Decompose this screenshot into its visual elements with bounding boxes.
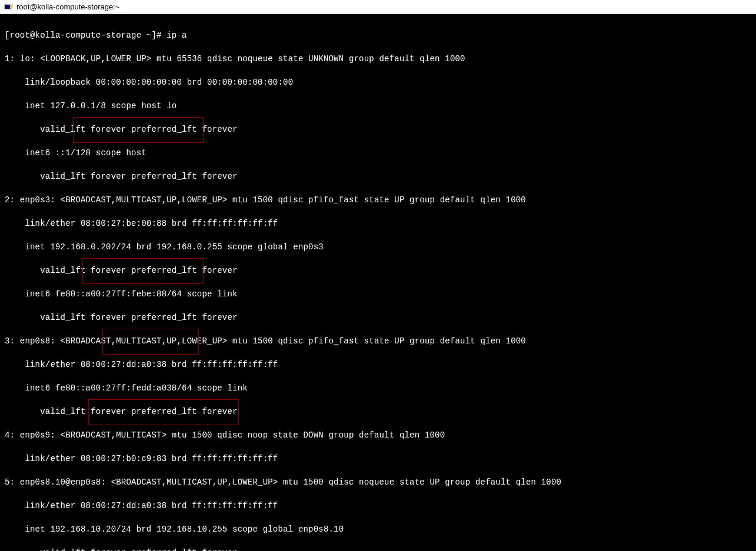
output-line: valid_lft forever preferred_lft forever xyxy=(5,265,751,276)
terminal-area[interactable]: [root@kolla-compute-storage ~]# ip a 1: … xyxy=(0,14,756,551)
output-line: 3: enp0s8: <BROADCAST,MULTICAST,UP,LOWER… xyxy=(5,335,751,347)
output-line: valid_lft forever preferred_lft forever xyxy=(5,312,751,323)
putty-icon xyxy=(4,2,13,12)
output-line: link/ether 08:00:27:dd:a0:38 brd ff:ff:f… xyxy=(5,359,751,370)
output-line: valid_lft forever preferred_lft forever xyxy=(5,406,751,418)
output-line: inet6 ::1/128 scope host xyxy=(5,147,751,159)
output-line: link/ether 08:00:27:b0:c9:83 brd ff:ff:f… xyxy=(5,453,751,465)
output-line: link/loopback 00:00:00:00:00:00 brd 00:0… xyxy=(5,76,751,88)
output-line: valid_lft forever preferred_lft forever xyxy=(5,171,751,182)
output-line: inet 192.168.0.202/24 brd 192.168.0.255 … xyxy=(5,241,751,253)
output-line: inet 192.168.10.20/24 brd 192.168.10.255… xyxy=(5,523,751,535)
output-line: valid_lft forever preferred_lft forever xyxy=(5,123,751,135)
output-line: link/ether 08:00:27:be:00:88 brd ff:ff:f… xyxy=(5,218,751,229)
output-line: 2: enp0s3: <BROADCAST,MULTICAST,UP,LOWER… xyxy=(5,194,751,206)
output-line: link/ether 08:00:27:dd:a0:38 brd ff:ff:f… xyxy=(5,500,751,512)
window-title: root@kolla-compute-storage:~ xyxy=(16,2,119,11)
window-title-bar: root@kolla-compute-storage:~ xyxy=(0,0,756,14)
output-line: inet6 fe80::a00:27ff:febe:88/64 scope li… xyxy=(5,288,751,300)
output-line: 5: enp0s8.10@enp0s8: <BROADCAST,MULTICAS… xyxy=(5,476,751,488)
output-line: 1: lo: <LOOPBACK,UP,LOWER_UP> mtu 65536 … xyxy=(5,53,751,65)
output-line: inet6 fe80::a00:27ff:fedd:a038/64 scope … xyxy=(5,382,751,394)
output-line: inet 127.0.0.1/8 scope host lo xyxy=(5,100,751,112)
prompt-line: [root@kolla-compute-storage ~]# ip a xyxy=(5,29,751,41)
output-line: valid_lft forever preferred_lft forever xyxy=(5,547,751,551)
output-line: 4: enp0s9: <BROADCAST,MULTICAST> mtu 150… xyxy=(5,429,751,441)
svg-rect-1 xyxy=(5,5,10,9)
